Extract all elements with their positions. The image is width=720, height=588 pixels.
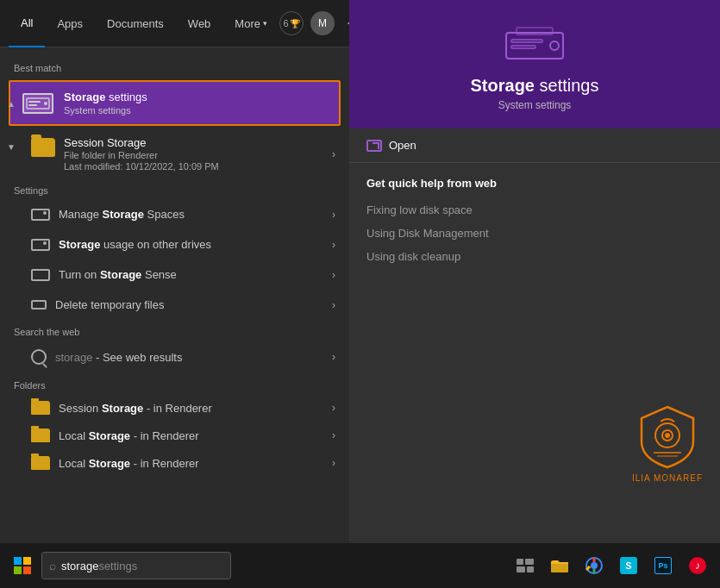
delete-temp-icon <box>31 300 47 310</box>
music-button[interactable]: ♪ <box>682 550 713 581</box>
session-storage-sub: File folder in Renderer <box>64 150 219 160</box>
file-explorer-button[interactable] <box>544 550 575 581</box>
start-button[interactable] <box>7 550 38 581</box>
folder-item-1[interactable]: Session Storage - in Renderer › <box>0 394 349 422</box>
trophy-icon: 🏆 <box>290 19 300 28</box>
help-title: Get quick help from web <box>366 177 703 190</box>
taskbar-search-value: storage <box>61 560 98 572</box>
folder-3-chevron-icon: › <box>332 457 335 469</box>
storage-usage-icon <box>31 239 50 251</box>
windows-logo-icon <box>14 557 31 574</box>
task-view-button[interactable] <box>510 550 541 581</box>
help-link-2[interactable]: Using Disk Management <box>366 222 703 245</box>
best-match-subtitle: System settings <box>64 105 147 116</box>
svg-rect-3 <box>28 104 37 106</box>
best-match-section: ▲ Storage settings System settings <box>0 80 349 126</box>
storage-usage-text: Storage usage on other drives <box>59 238 211 251</box>
manage-storage-chevron-icon: › <box>332 209 335 221</box>
svg-point-5 <box>550 41 559 50</box>
more-chevron-icon: ▾ <box>263 19 267 28</box>
settings-label: Settings <box>0 178 349 199</box>
svg-rect-6 <box>511 40 542 42</box>
delete-temp-chevron-icon: › <box>332 299 335 311</box>
storage-sense-text: Turn on Storage Sense <box>59 268 177 281</box>
chrome-icon <box>585 557 603 574</box>
storage-sense-icon <box>31 269 50 281</box>
web-search-item[interactable]: storage - See web results › <box>0 341 349 373</box>
svg-rect-14 <box>517 559 523 565</box>
user-avatar[interactable]: M <box>310 11 335 35</box>
tab-all[interactable]: All <box>9 0 45 47</box>
session-storage-title: Session Storage <box>64 136 219 149</box>
session-storage-chevron-icon: › <box>332 148 335 160</box>
storage-sense-chevron-icon: › <box>332 269 335 281</box>
web-search-label: Search the web <box>0 320 349 341</box>
manage-storage-text: Manage Storage Spaces <box>59 208 185 221</box>
folder-text-3: Local Storage - in Renderer <box>59 457 199 470</box>
svg-point-1 <box>44 102 47 105</box>
folder-item-2[interactable]: Local Storage - in Renderer › <box>0 422 349 449</box>
open-icon <box>366 140 382 152</box>
tab-more[interactable]: More ▾ <box>222 0 279 47</box>
folder-2-chevron-icon: › <box>332 429 335 441</box>
help-link-1[interactable]: Fixing low disk space <box>366 198 703 222</box>
task-view-icon <box>517 559 534 572</box>
storage-sense-item[interactable]: Turn on Storage Sense › <box>0 260 349 290</box>
manage-storage-icon <box>31 209 50 221</box>
folder-text-1: Session Storage - in Renderer <box>59 402 212 415</box>
best-match-item[interactable]: Storage settings System settings <box>9 80 341 126</box>
tab-bar: All Apps Documents Web More ▾ 6 🏆 M ··· … <box>0 0 349 47</box>
taskbar-search-box[interactable]: ⌕ storage settings <box>41 552 231 579</box>
session-storage-item[interactable]: Session Storage File folder in Renderer … <box>0 129 349 178</box>
svg-rect-7 <box>511 46 535 48</box>
folder-item-3[interactable]: Local Storage - in Renderer › <box>0 449 349 477</box>
folder-icon-2 <box>31 428 50 442</box>
svg-point-11 <box>665 433 670 438</box>
best-match-title: Storage settings <box>64 91 147 103</box>
folder-icon-1 <box>31 401 50 415</box>
storage-preview-icon <box>504 26 565 66</box>
storage-preview-subtitle: System settings <box>498 99 572 111</box>
folder-icon-3 <box>31 456 50 470</box>
results-content: Best match ▲ Storage settings S <box>0 47 349 552</box>
app-icon-1: S <box>620 557 637 574</box>
collapse-arrow-icon[interactable]: ▲ <box>7 98 16 108</box>
best-match-label: Best match <box>0 56 349 77</box>
music-icon: ♪ <box>689 557 706 574</box>
chrome-button[interactable] <box>579 550 610 581</box>
tab-apps[interactable]: Apps <box>45 0 95 47</box>
storage-preview-title: Storage settings <box>471 76 599 96</box>
folder-text-2: Local Storage - in Renderer <box>59 429 199 442</box>
notification-badge[interactable]: 6 🏆 <box>279 11 304 35</box>
watermark-logo-icon <box>633 403 702 472</box>
web-search-chevron-icon: › <box>332 351 335 363</box>
watermark-brand: ILIA MONAREF <box>632 473 703 483</box>
session-storage-text: Session Storage File folder in Renderer … <box>64 136 219 172</box>
manage-storage-spaces-item[interactable]: Manage Storage Spaces › <box>0 199 349 229</box>
svg-rect-17 <box>527 566 534 572</box>
photoshop-icon: Ps <box>654 557 672 574</box>
delete-temp-item[interactable]: Delete temporary files › <box>0 290 349 320</box>
help-link-3[interactable]: Using disk cleanup <box>366 245 703 268</box>
open-label: Open <box>389 139 416 152</box>
svg-point-20 <box>591 562 598 569</box>
storage-usage-item[interactable]: Storage usage on other drives › <box>0 229 349 260</box>
search-panel: All Apps Documents Web More ▾ 6 🏆 M ··· … <box>0 0 349 552</box>
svg-rect-16 <box>517 566 525 572</box>
open-button[interactable]: Open <box>366 139 703 152</box>
open-button-row: Open <box>349 128 720 163</box>
tab-web[interactable]: Web <box>176 0 223 47</box>
storage-settings-icon <box>22 93 53 114</box>
taskbar: ⌕ storage settings S Ps <box>0 543 720 588</box>
file-explorer-icon <box>550 558 569 573</box>
photoshop-button[interactable]: Ps <box>648 550 679 581</box>
tab-documents[interactable]: Documents <box>95 0 176 47</box>
taskbar-search-icon: ⌕ <box>49 559 56 572</box>
best-match-text: Storage settings System settings <box>64 91 147 116</box>
session-storage-modified: Last modified: 10/12/2022, 10:09 PM <box>64 161 219 172</box>
taskbar-search-placeholder: settings <box>98 560 137 572</box>
storage-usage-chevron-icon: › <box>332 239 335 251</box>
app-icon-1-button[interactable]: S <box>613 550 644 581</box>
delete-temp-text: Delete temporary files <box>55 298 164 311</box>
storage-preview: Storage settings System settings <box>349 0 720 128</box>
